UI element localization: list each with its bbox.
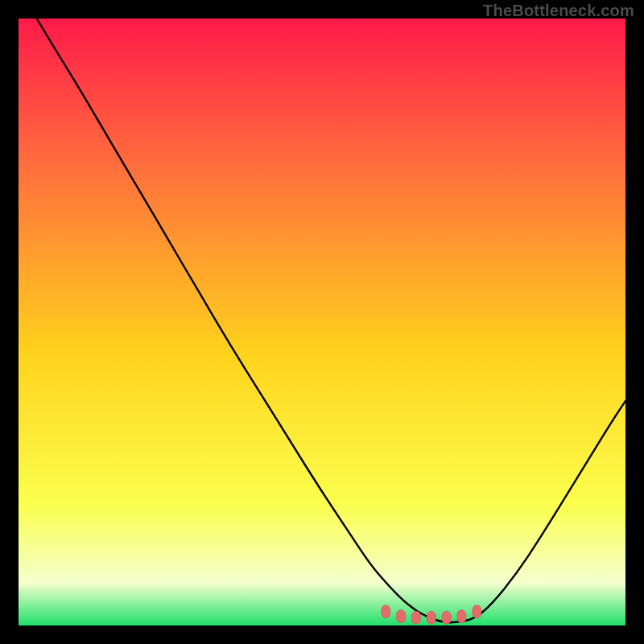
optimal-marker [457, 610, 466, 623]
bottleneck-chart [19, 19, 625, 625]
gradient-background [19, 19, 625, 625]
optimal-marker [382, 605, 390, 618]
optimal-marker [411, 611, 420, 624]
optimal-marker [427, 611, 436, 624]
plot-area [19, 19, 625, 625]
attribution-text: TheBottleneck.com [483, 2, 634, 20]
optimal-marker [397, 610, 406, 623]
optimal-marker [473, 605, 481, 618]
chart-frame: TheBottleneck.com [0, 0, 644, 644]
optimal-marker [442, 611, 451, 624]
